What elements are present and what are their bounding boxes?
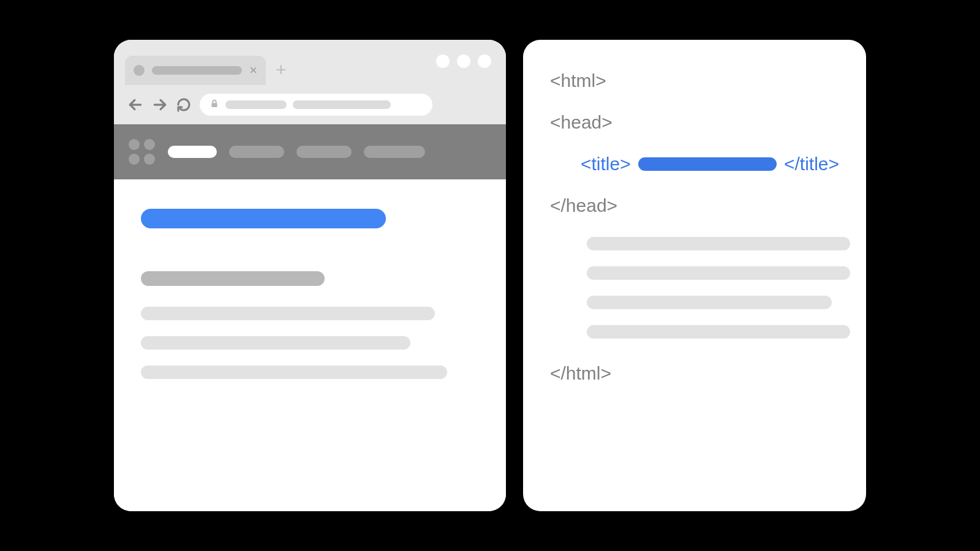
browser-tab[interactable]: × bbox=[125, 56, 266, 85]
tab-strip: × + bbox=[114, 40, 506, 85]
tab-title-placeholder bbox=[152, 66, 242, 75]
body-line-placeholder bbox=[587, 325, 850, 339]
paragraph-placeholder bbox=[141, 307, 435, 320]
apps-waffle-icon[interactable] bbox=[129, 139, 156, 165]
lock-icon bbox=[209, 99, 219, 111]
nav-item-active[interactable] bbox=[168, 146, 217, 158]
tag-html-close: </html> bbox=[550, 363, 611, 384]
browser-mockup: × + bbox=[114, 40, 506, 511]
tag-head-open: <head> bbox=[550, 112, 612, 133]
body-line-placeholder bbox=[587, 237, 850, 250]
browser-toolbar bbox=[114, 85, 506, 124]
nav-item[interactable] bbox=[229, 146, 284, 158]
nav-item[interactable] bbox=[364, 146, 425, 158]
tag-title-open: <title> bbox=[581, 154, 631, 174]
window-control-dot[interactable] bbox=[457, 54, 470, 68]
page-headline-placeholder bbox=[141, 209, 386, 228]
body-line-placeholder bbox=[587, 296, 832, 309]
site-nav-bar bbox=[114, 124, 506, 179]
svg-rect-2 bbox=[211, 103, 217, 107]
tag-html-open: <html> bbox=[550, 70, 606, 91]
body-content-placeholders bbox=[550, 237, 839, 339]
window-control-dot[interactable] bbox=[436, 54, 450, 68]
back-icon[interactable] bbox=[127, 97, 143, 113]
close-tab-icon[interactable]: × bbox=[249, 64, 257, 77]
favicon-placeholder bbox=[134, 65, 145, 76]
body-line-placeholder bbox=[587, 266, 850, 280]
address-bar[interactable] bbox=[200, 94, 432, 116]
page-subhead-placeholder bbox=[141, 271, 325, 286]
window-control-dot[interactable] bbox=[478, 54, 491, 68]
window-controls bbox=[436, 54, 491, 68]
reload-icon[interactable] bbox=[176, 97, 191, 112]
page-content bbox=[114, 179, 506, 511]
tag-head-close: </head> bbox=[550, 195, 617, 216]
paragraph-placeholder bbox=[141, 336, 410, 350]
new-tab-icon[interactable]: + bbox=[266, 61, 296, 85]
forward-icon[interactable] bbox=[152, 97, 168, 113]
title-content-placeholder bbox=[638, 157, 777, 171]
paragraph-placeholder bbox=[141, 365, 447, 379]
url-segment bbox=[293, 100, 391, 109]
tag-title-close: </title> bbox=[784, 154, 839, 174]
nav-item[interactable] bbox=[296, 146, 352, 158]
code-panel: <html> <head> <title> </title> </head> <… bbox=[523, 40, 866, 511]
url-segment bbox=[225, 100, 287, 109]
